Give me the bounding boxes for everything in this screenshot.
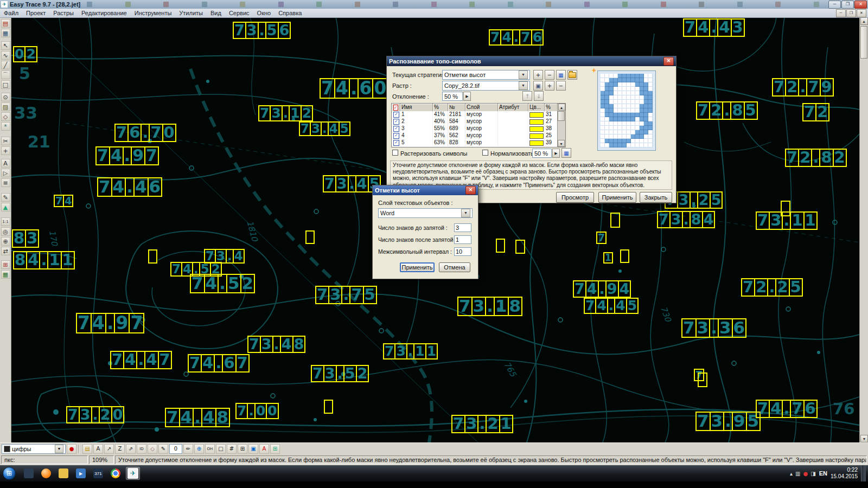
background-window-icon[interactable] bbox=[163, 2, 169, 7]
snap-button[interactable]: ⊕ bbox=[194, 444, 204, 454]
menu-view[interactable]: Вид bbox=[207, 10, 225, 16]
z-button[interactable]: Z bbox=[115, 444, 125, 454]
digits-before-input[interactable]: 3 bbox=[454, 223, 471, 232]
tool-scissors[interactable]: ✂ bbox=[1, 137, 10, 145]
background-window-icon[interactable] bbox=[814, 2, 819, 7]
table-header-cell[interactable]: % bbox=[433, 104, 448, 111]
recognition-dialog-titlebar[interactable]: Распознавание топо-символов ✕ bbox=[387, 56, 676, 66]
menu-window[interactable]: Окно bbox=[253, 10, 275, 16]
background-window-icon[interactable] bbox=[87, 2, 92, 7]
move-down-button[interactable]: ↓ bbox=[534, 91, 544, 101]
pen-button[interactable]: ✏ bbox=[183, 444, 193, 454]
zero-input[interactable]: 0 bbox=[169, 444, 182, 454]
background-window-icon[interactable] bbox=[393, 2, 398, 7]
background-window-icon[interactable] bbox=[699, 2, 704, 7]
rect-button[interactable]: □ bbox=[216, 444, 226, 454]
scroll-down-arrow[interactable]: ▼ bbox=[860, 435, 868, 442]
table-header-cell[interactable]: % bbox=[545, 104, 557, 111]
background-window-icon[interactable] bbox=[125, 2, 131, 7]
color-swatch[interactable] bbox=[529, 133, 544, 139]
color-swatch[interactable] bbox=[529, 126, 544, 132]
strategy-dropdown[interactable]: Отметки высот ▼ bbox=[442, 70, 530, 80]
table-header-cell[interactable]: Имя bbox=[400, 104, 433, 111]
tray-alert-icon[interactable]: ● bbox=[803, 471, 808, 477]
tool-eraser[interactable]: ◇ bbox=[1, 112, 10, 121]
chevron-down-icon[interactable]: ▼ bbox=[461, 209, 470, 217]
mask-table-row[interactable]: ✓355%689мусор38 bbox=[392, 125, 565, 132]
deviation-spin-arrow[interactable]: ▶ bbox=[463, 92, 471, 101]
rasterize-checkbox[interactable] bbox=[392, 150, 398, 156]
child-minimize-button[interactable]: ─ bbox=[836, 9, 846, 17]
open-strategy-button[interactable] bbox=[567, 70, 577, 80]
z-arrow-button[interactable]: ⇗ bbox=[126, 444, 136, 454]
tool-pointer[interactable]: ↖ bbox=[1, 41, 10, 50]
char-interval-input[interactable]: 10 bbox=[454, 247, 471, 256]
pencil-button[interactable]: ✎ bbox=[158, 444, 168, 454]
tool-zoom-out[interactable]: ⊕ bbox=[1, 237, 10, 246]
language-indicator[interactable]: EN bbox=[819, 470, 827, 477]
normalize-spin-arrow[interactable]: ▶ bbox=[552, 149, 560, 158]
raster-dropdown[interactable]: Copy_28.2.tif ▼ bbox=[442, 81, 530, 91]
row-checkbox[interactable]: ✓ bbox=[393, 133, 399, 139]
tool-pen[interactable]: ✎ bbox=[1, 193, 10, 202]
start-button[interactable]: ⊞ bbox=[3, 467, 16, 480]
tool-zoom-in[interactable]: ◎ bbox=[1, 227, 10, 236]
menu-file[interactable]: Файл bbox=[0, 10, 22, 16]
normalize-input[interactable]: 50 % bbox=[532, 149, 552, 158]
tool-pan[interactable]: ⇄ bbox=[1, 247, 10, 255]
oh-button[interactable]: ОН bbox=[205, 444, 215, 454]
red-a-button[interactable]: А bbox=[259, 444, 269, 454]
mask-table[interactable]: ✓ Имя%№СлойАтрибутЦв...% ✓141%2181мусор3… bbox=[391, 103, 566, 147]
add-raster-button[interactable]: + bbox=[545, 81, 554, 91]
child-restore-button[interactable]: ❐ bbox=[846, 9, 856, 17]
color-swatch[interactable] bbox=[529, 119, 544, 125]
tray-network-icon[interactable]: ◨ bbox=[810, 471, 815, 477]
table-scroll-thumb[interactable] bbox=[558, 111, 565, 121]
color-swatch[interactable] bbox=[529, 112, 544, 118]
add-strategy-button[interactable]: + bbox=[533, 70, 543, 80]
close-button[interactable]: ✕ bbox=[854, 1, 867, 9]
vertical-scrollbar[interactable]: ▲ ▼ bbox=[859, 17, 868, 442]
letter-button[interactable]: А bbox=[93, 444, 103, 454]
tool-table[interactable]: ▦ bbox=[1, 270, 10, 279]
remove-strategy-button[interactable]: − bbox=[545, 70, 554, 80]
tool-polyline[interactable]: ∿ bbox=[1, 51, 10, 60]
preview-button[interactable]: Просмотр bbox=[556, 192, 594, 203]
move-up-button[interactable]: ↑ bbox=[522, 91, 532, 101]
tray-up-icon[interactable]: ▴ bbox=[790, 471, 793, 477]
menu-instruments[interactable]: Инструменты bbox=[131, 10, 176, 16]
tool-fill[interactable]: ▨ bbox=[1, 102, 10, 111]
mask-table-row[interactable]: ✓141%2181мусор31 bbox=[392, 111, 565, 118]
diamond-button[interactable]: ◇ bbox=[148, 444, 157, 454]
arrow-button[interactable]: ↗ bbox=[104, 444, 114, 454]
child-close-button[interactable]: ✕ bbox=[857, 9, 866, 17]
tool-node-edit[interactable]: + bbox=[1, 146, 10, 155]
mask-grid-button[interactable]: ▦ bbox=[556, 70, 566, 80]
background-window-icon[interactable] bbox=[661, 2, 666, 7]
background-window-icon[interactable] bbox=[546, 2, 551, 7]
grid-button[interactable]: ⊞ bbox=[238, 444, 247, 454]
id-button[interactable]: ID bbox=[137, 444, 146, 454]
table-header-cell[interactable]: Атрибут bbox=[498, 104, 528, 111]
tool-magic[interactable]: * bbox=[1, 122, 10, 131]
taskbar-clock[interactable]: 0:22 15.04.2015 bbox=[831, 467, 858, 480]
background-window-icon[interactable] bbox=[431, 2, 437, 7]
apply-button[interactable]: Применить bbox=[598, 192, 636, 203]
tool-arc[interactable]: ⌒ bbox=[1, 70, 10, 79]
tool-open[interactable]: ▤ bbox=[1, 19, 10, 28]
layer-combo[interactable]: цифры ▼ bbox=[2, 444, 66, 454]
heights-cancel-button[interactable]: Отмена bbox=[439, 262, 470, 272]
tray-display-icon[interactable]: ▥ bbox=[795, 471, 800, 477]
media-player-icon[interactable]: ▶ bbox=[74, 467, 88, 480]
tool-grid[interactable]: ⊞ bbox=[1, 260, 10, 269]
mask-table-row[interactable]: ✓563%828мусор39 bbox=[392, 139, 565, 146]
menu-rasters[interactable]: Растры bbox=[49, 10, 78, 16]
color-swatch[interactable] bbox=[529, 140, 544, 146]
firefox-icon[interactable] bbox=[39, 467, 53, 480]
background-window-icon[interactable] bbox=[584, 2, 590, 7]
mask-table-row[interactable]: ✓437%562мусор25 bbox=[392, 132, 565, 139]
deviation-input[interactable]: 50 % bbox=[442, 92, 463, 101]
background-window-icon[interactable] bbox=[240, 2, 245, 7]
klite-icon[interactable]: 371 bbox=[91, 467, 105, 480]
background-window-icon[interactable] bbox=[316, 2, 322, 7]
